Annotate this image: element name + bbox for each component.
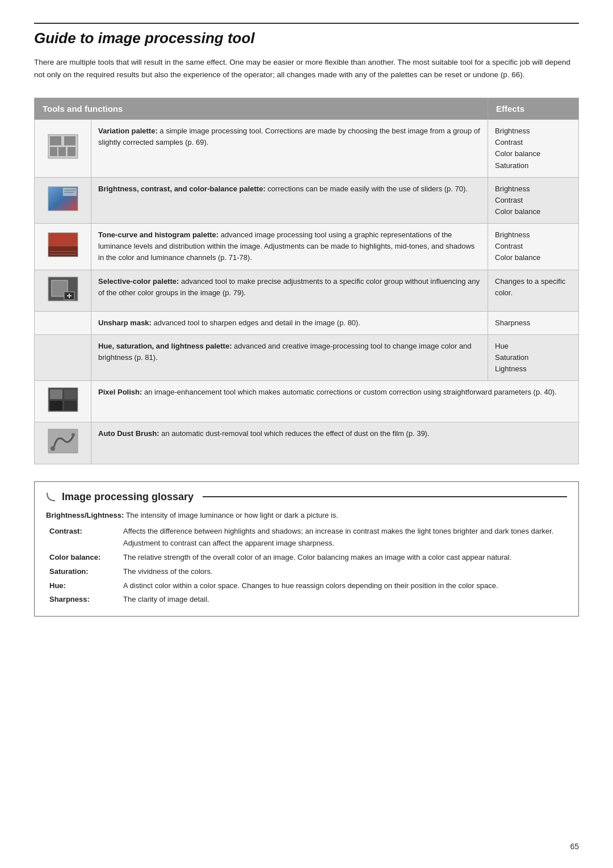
icon-cell [35,422,91,464]
svg-rect-4 [58,147,66,156]
icon-cell [35,224,91,270]
glossary-entry: Color balance:The relative strength of t… [46,551,567,565]
svg-rect-21 [64,389,77,399]
glossary-header: Image processing glossary [46,491,567,503]
icon-cell [35,334,91,380]
svg-rect-7 [63,188,77,196]
tool-description: Pixel Polish: an image-enhancement tool … [91,381,579,422]
glossary-line [203,496,567,497]
glossary-entries-table: Contrast:Affects the difference between … [46,525,567,607]
tool-description: Tone-curve and histogram palette: advanc… [91,224,488,270]
tool-effects: BrightnessContrastColor balanceSaturatio… [488,120,579,178]
pixel-icon [47,387,79,413]
page: Guide to image processing tool There are… [0,0,613,868]
tool-effects: BrightnessContrastColor balance [488,224,579,270]
glossary-entry: Contrast:Affects the difference between … [46,525,567,551]
glossary-definition: The clarity of image detail. [120,593,567,607]
icon-cell [35,381,91,422]
svg-point-25 [51,446,55,451]
variation-icon [47,133,79,160]
tool-effects: Changes to a specific color. [488,270,579,311]
glossary-definition: The relative strength of the overall col… [120,551,567,565]
glossary-definition: Affects the difference between highlight… [120,525,567,551]
glossary-definition: A distinct color within a color space. C… [120,579,567,593]
svg-rect-2 [64,136,75,145]
svg-rect-1 [50,136,61,145]
table-row: Selective-color palette: advanced tool t… [35,270,579,311]
tool-description: Variation palette: a simple image proces… [91,120,488,178]
icon-cell [35,311,91,334]
table-row: Unsharp mask: advanced tool to sharpen e… [35,311,579,334]
tool-description: Brightness, contrast, and color-balance … [91,177,488,223]
glossary-section: Image processing glossary Brightness/Lig… [34,481,579,617]
svg-rect-5 [68,147,75,156]
page-title: Guide to image processing tool [34,30,579,47]
glossary-curve-icon [46,492,56,502]
svg-point-26 [72,433,75,437]
dust-icon [47,428,79,454]
table-row: Brightness, contrast, and color-balance … [35,177,579,223]
glossary-term: Hue: [46,579,120,593]
icon-cell [35,120,91,178]
svg-rect-20 [50,389,62,399]
intro-paragraph: There are multiple tools that will resul… [34,56,579,81]
tool-description: Unsharp mask: advanced tool to sharpen e… [91,311,488,334]
glossary-entry: Saturation:The vividness of the colors. [46,565,567,579]
tool-effects: HueSaturationLightness [488,334,579,380]
svg-rect-22 [50,401,62,410]
selective-icon [47,276,79,302]
glossary-term: Color balance: [46,551,120,565]
glossary-term: Sharpness: [46,593,120,607]
table-row: Tone-curve and histogram palette: advanc… [35,224,579,270]
table-header-effects: Effects [488,98,579,120]
icon-cell [35,177,91,223]
glossary-fullrow: Brightness/Lightness: The intensity of i… [46,510,567,522]
tools-table: Tools and functions Effects Variation pa… [34,98,579,464]
glossary-term: Contrast: [46,525,120,551]
table-row: Auto Dust Brush: an automatic dust-remov… [35,422,579,464]
glossary-entry: Hue:A distinct color within a color spac… [46,579,567,593]
table-row: Variation palette: a simple image proces… [35,120,579,178]
glossary-entry: Sharpness:The clarity of image detail. [46,593,567,607]
tool-effects: BrightnessContrastColor balance [488,177,579,223]
brightness-icon [47,186,79,212]
glossary-definition: The vividness of the colors. [120,565,567,579]
tool-description: Selective-color palette: advanced tool t… [91,270,488,311]
icon-cell [35,270,91,311]
top-border [34,23,579,24]
tonecurve-icon [47,232,79,258]
tool-effects: Sharpness [488,311,579,334]
tool-description: Hue, saturation, and lightness palette: … [91,334,488,380]
glossary-term: Saturation: [46,565,120,579]
tool-description: Auto Dust Brush: an automatic dust-remov… [91,422,579,464]
svg-rect-3 [50,147,57,156]
table-header-tools: Tools and functions [35,98,488,120]
table-row: Pixel Polish: an image-enhancement tool … [35,381,579,422]
page-number: 65 [570,842,579,851]
svg-rect-23 [64,401,77,410]
table-row: Hue, saturation, and lightness palette: … [35,334,579,380]
glossary-title: Image processing glossary [62,491,194,503]
